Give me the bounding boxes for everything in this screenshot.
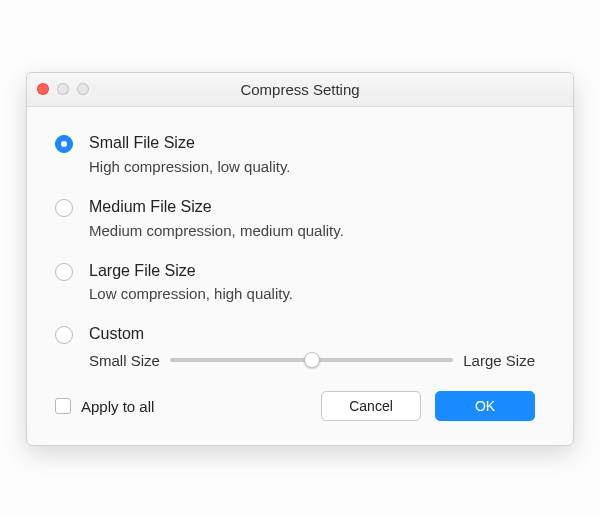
slider-right-label: Large Size	[463, 352, 535, 369]
size-slider[interactable]	[170, 351, 453, 369]
minimize-icon[interactable]	[57, 83, 69, 95]
option-desc: Low compression, high quality.	[89, 285, 535, 302]
radio-large[interactable]	[55, 263, 73, 281]
cancel-button[interactable]: Cancel	[321, 391, 421, 421]
option-label: Medium File Size	[89, 197, 535, 218]
ok-button[interactable]: OK	[435, 391, 535, 421]
option-desc: Medium compression, medium quality.	[89, 222, 535, 239]
close-icon[interactable]	[37, 83, 49, 95]
radio-custom[interactable]	[55, 326, 73, 344]
window-title: Compress Setting	[240, 81, 359, 98]
option-label: Small File Size	[89, 133, 535, 154]
maximize-icon[interactable]	[77, 83, 89, 95]
apply-label: Apply to all	[81, 398, 154, 415]
dialog-footer: Apply to all Cancel OK	[55, 391, 535, 421]
option-small[interactable]: Small File Size High compression, low qu…	[55, 133, 535, 175]
apply-checkbox[interactable]	[55, 398, 71, 414]
titlebar: Compress Setting	[27, 73, 573, 107]
dialog-window: Compress Setting Small File Size High co…	[26, 72, 574, 446]
option-custom[interactable]: Custom Small Size Large Size	[55, 324, 535, 369]
option-label: Custom	[89, 324, 535, 345]
custom-slider-row: Small Size Large Size	[89, 351, 535, 369]
option-medium[interactable]: Medium File Size Medium compression, med…	[55, 197, 535, 239]
window-controls	[37, 83, 89, 95]
radio-small[interactable]	[55, 135, 73, 153]
apply-to-all[interactable]: Apply to all	[55, 398, 154, 415]
option-label: Large File Size	[89, 261, 535, 282]
option-large[interactable]: Large File Size Low compression, high qu…	[55, 261, 535, 303]
slider-left-label: Small Size	[89, 352, 160, 369]
radio-medium[interactable]	[55, 199, 73, 217]
option-desc: High compression, low quality.	[89, 158, 535, 175]
dialog-content: Small File Size High compression, low qu…	[27, 107, 573, 445]
dialog-buttons: Cancel OK	[321, 391, 535, 421]
slider-thumb[interactable]	[304, 352, 320, 368]
